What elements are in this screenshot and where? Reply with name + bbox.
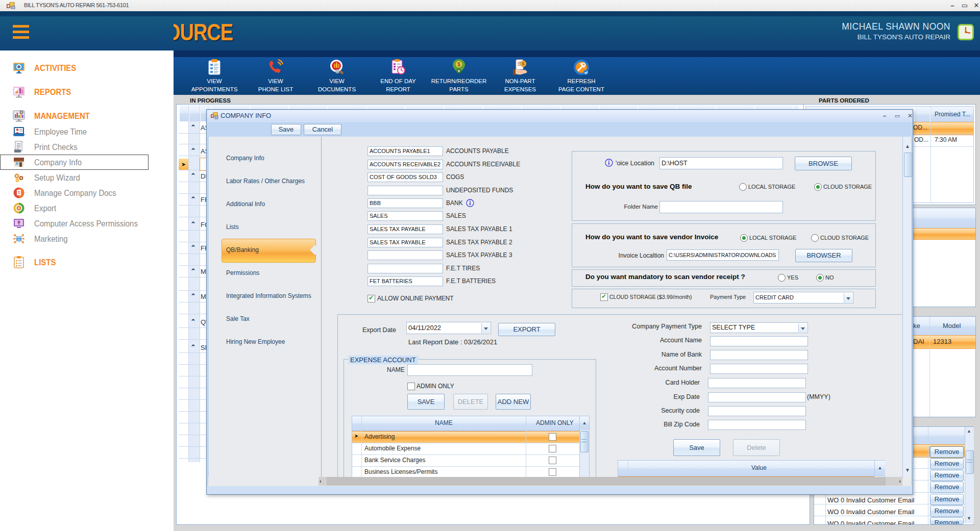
svg-text:$: $ [522, 61, 524, 66]
svg-text:$: $ [457, 62, 460, 67]
